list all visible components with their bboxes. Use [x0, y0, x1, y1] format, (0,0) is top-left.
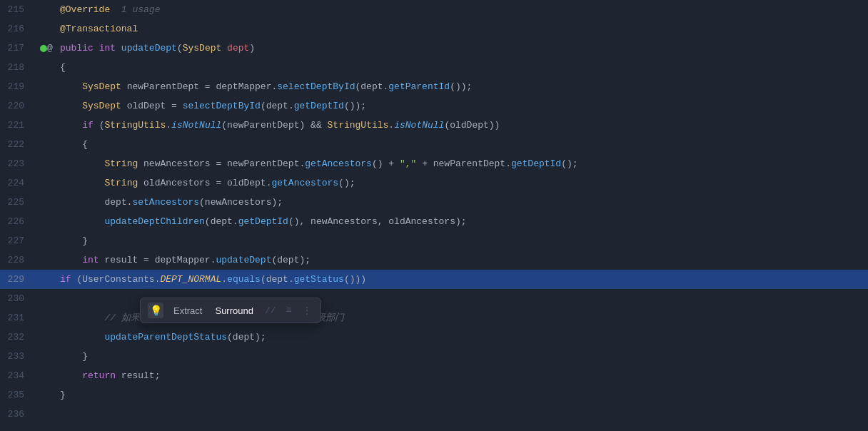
dept-param: dept — [227, 43, 249, 54]
line-223: 223 String newAncestors = newParentDept.… — [0, 154, 868, 173]
get-parent-id: getParentId — [388, 81, 450, 92]
get-dept-id: getDeptId — [294, 101, 344, 111]
line-235: 235 } — [0, 385, 868, 405]
line-num-233: 233 — [0, 347, 36, 366]
string-type2: String — [104, 178, 138, 188]
line-content-224: String oldAncestors = oldDept.getAncesto… — [57, 173, 868, 193]
line-233: 233 } — [0, 347, 868, 366]
line-num-215: 215 — [0, 0, 36, 19]
line-num-226: 226 — [0, 212, 36, 231]
line-216: 216 @Transactional — [0, 19, 868, 39]
line-229: 229 if (UserConstants.DEPT_NORMAL.equals… — [0, 270, 868, 289]
sysdept-type: SysDept — [183, 43, 222, 54]
get-ancestors: getAncestors — [305, 158, 372, 169]
line-content-227: } — [57, 231, 868, 250]
line-220: 220 SysDept oldDept = selectDeptById(dep… — [0, 96, 868, 116]
line-content-218: { — [57, 58, 868, 77]
line-num-219: 219 — [0, 77, 36, 96]
line-content-234: return result; — [57, 366, 868, 385]
line-num-235: 235 — [0, 385, 36, 405]
get-ancestors2: getAncestors — [271, 178, 338, 188]
line-content-219: SysDept newParentDept = deptMapper.selec… — [57, 77, 868, 96]
line-num-220: 220 — [0, 96, 36, 116]
line-num-232: 232 — [0, 328, 36, 347]
equals-method: equals — [227, 274, 261, 285]
line-217: 217 @ public int updateDept(SysDept dept… — [0, 39, 868, 58]
code-area: 215 @Override 1 usage 216 @Transactional… — [0, 0, 868, 431]
line-221: 221 if (StringUtils.isNotNull(newParentD… — [0, 116, 868, 135]
if-kw2: if — [60, 274, 71, 285]
line-content-223: String newAncestors = newParentDept.getA… — [57, 154, 868, 173]
line-content-228: int result = deptMapper.updateDept(dept)… — [57, 250, 868, 270]
line-content-220: SysDept oldDept = selectDeptById(dept.ge… — [57, 96, 868, 116]
method-name: updateDept — [121, 43, 177, 54]
line-num-224: 224 — [0, 173, 36, 193]
override-annotation: @Override — [60, 4, 110, 15]
dept-normal-const: DEPT_NORMAL — [160, 274, 221, 285]
line-230: 230 — [0, 289, 868, 308]
int-kw2: int — [82, 255, 99, 265]
line-224: 224 String oldAncestors = oldDept.getAnc… — [0, 173, 868, 193]
line-219: 219 SysDept newParentDept = deptMapper.s… — [0, 77, 868, 96]
line-215: 215 @Override 1 usage — [0, 0, 868, 19]
update-dept-method: updateDept — [216, 255, 271, 265]
set-ancestors: setAncestors — [132, 197, 199, 208]
line-num-228: 228 — [0, 250, 36, 270]
more-icon[interactable]: ⋮ — [301, 303, 313, 318]
line-content-225: dept.setAncestors(newAncestors); — [57, 193, 868, 212]
if-selected: if (UserConstants.DEPT_NORMAL.equals(dep… — [60, 274, 366, 285]
string-type: String — [104, 158, 138, 169]
code-action-popup[interactable]: 💡 Extract Surround // ≡ ⋮ — [140, 298, 321, 323]
update-parent-dept: updateParentDeptStatus — [104, 332, 227, 343]
select-dept-by-id: selectDeptById — [183, 101, 261, 111]
get-dept-id3: getDeptId — [238, 216, 288, 227]
line-num-227: 227 — [0, 231, 36, 250]
list-icon[interactable]: ≡ — [285, 303, 293, 318]
paren: ( — [177, 43, 183, 54]
line-num-222: 222 — [0, 135, 36, 154]
select-method: selectDeptById — [277, 81, 355, 92]
surround-action[interactable]: Surround — [212, 304, 256, 318]
line-228: 228 int result = deptMapper.updateDept(d… — [0, 250, 868, 270]
return-kw: return — [82, 370, 116, 381]
if-kw: if — [82, 120, 94, 131]
line-content-215: @Override 1 usage — [57, 0, 868, 19]
code-editor: 215 @Override 1 usage 216 @Transactional… — [0, 0, 868, 431]
line-num-223: 223 — [0, 154, 36, 173]
line-232: 232 updateParentDeptStatus(dept); — [0, 328, 868, 347]
is-not-null: isNotNull — [171, 120, 221, 131]
line-num-229: 229 — [0, 270, 36, 289]
gutter-217: @ — [36, 43, 57, 54]
line-content-222: { — [57, 135, 868, 154]
line-num-231: 231 — [0, 308, 36, 328]
bulb-icon[interactable]: 💡 — [148, 303, 163, 318]
line-num-236: 236 — [0, 405, 36, 424]
line-225: 225 dept.setAncestors(newAncestors); — [0, 193, 868, 212]
line-content-235: } — [57, 385, 868, 405]
line-num-217: 217 — [0, 39, 36, 58]
line-num-218: 218 — [0, 58, 36, 77]
sysdept-type3: SysDept — [82, 101, 121, 111]
line-content-216: @Transactional — [57, 19, 868, 39]
line-num-225: 225 — [0, 193, 36, 212]
usage-count: 1 usage — [121, 4, 161, 15]
line-226: 226 updateDeptChildren(dept.getDeptId(),… — [0, 212, 868, 231]
extract-action[interactable]: Extract — [171, 304, 205, 318]
stringutils-type: StringUtils — [104, 120, 166, 131]
bookmark-icon: @ — [47, 43, 53, 54]
line-218: 218 { — [0, 58, 868, 77]
get-status-method: getStatus — [294, 274, 344, 285]
comment-icon[interactable]: // — [263, 305, 278, 316]
breakpoint-icon[interactable] — [40, 45, 47, 52]
stringutils-type2: StringUtils — [328, 120, 389, 131]
line-231: 231 // 如果该部门是启用状态，则启用该部门的所有上级部门 — [0, 308, 868, 328]
line-num-234: 234 — [0, 366, 36, 385]
update-dept-children: updateDeptChildren — [104, 216, 204, 227]
public-kw: public — [60, 43, 94, 54]
line-content-226: updateDeptChildren(dept.getDeptId(), new… — [57, 212, 868, 231]
line-234: 234 return result; — [0, 366, 868, 385]
line-num-230: 230 — [0, 289, 36, 308]
line-222: 222 { — [0, 135, 868, 154]
line-num-221: 221 — [0, 116, 36, 135]
code-lines: 215 @Override 1 usage 216 @Transactional… — [0, 0, 868, 431]
